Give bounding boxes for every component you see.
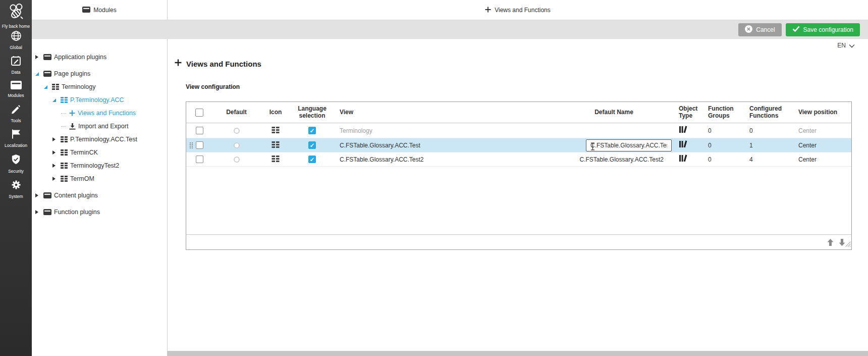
expand-toggle-icon[interactable] [35, 210, 42, 214]
row-checkbox[interactable] [196, 127, 203, 134]
drag-handle[interactable] [189, 142, 193, 151]
sidebar-item-label: System [9, 194, 23, 199]
sidebar-item-tools[interactable]: Tools [0, 104, 32, 124]
tree-item-termin-ck[interactable]: TerminCK [32, 146, 167, 159]
function-groups-value: 0 [708, 142, 712, 149]
language-selection-checkbox[interactable] [308, 141, 316, 149]
column-header-object-type: Object Type [676, 102, 701, 123]
expand-toggle-icon[interactable] [35, 55, 42, 59]
function-groups-value: 0 [708, 127, 712, 134]
tree-item-p-terminology-acc-test[interactable]: P.Terminology.ACC.Test [32, 133, 167, 146]
row-checkbox[interactable] [196, 141, 203, 149]
collapse-toggle-icon[interactable] [52, 98, 59, 102]
language-selection-checkbox[interactable] [308, 127, 316, 134]
expand-toggle-icon[interactable] [52, 137, 59, 141]
sidebar-item-label: Modules [8, 93, 24, 98]
sidebar-item-label: Tools [11, 118, 21, 124]
plus-icon [69, 110, 75, 116]
view-name: Terminology [340, 127, 372, 134]
expand-toggle-icon[interactable] [52, 150, 59, 155]
top-bar: Modules Views and Functions [32, 0, 868, 20]
column-header-language-selection: Language selection [291, 102, 334, 123]
modules-box-icon [11, 81, 22, 91]
grid-icon [272, 155, 280, 164]
globe-icon [11, 30, 22, 43]
save-configuration-button[interactable]: Save configuration [786, 23, 860, 36]
default-radio[interactable] [234, 157, 240, 163]
table-empty-area [186, 167, 851, 234]
move-up-button[interactable] [827, 239, 834, 246]
grid-icon [272, 141, 280, 150]
expand-toggle-icon[interactable] [52, 177, 59, 181]
select-all-checkbox[interactable] [195, 109, 203, 117]
column-header-configured-functions: Configured Functions [744, 102, 789, 123]
modules-box-icon [82, 6, 90, 15]
expand-toggle-icon[interactable] [35, 193, 42, 197]
configured-functions-value: 1 [749, 142, 753, 149]
default-name-input[interactable] [586, 139, 672, 151]
tree-panel-title: Modules [93, 7, 116, 14]
sidebar-item-modules[interactable]: Modules [0, 81, 32, 98]
sidebar-item-global[interactable]: Global [0, 30, 32, 50]
bee-logo-icon [7, 3, 26, 22]
tree-item-content-plugins[interactable]: Content plugins [32, 189, 167, 202]
expand-toggle-icon[interactable] [52, 164, 59, 168]
default-radio[interactable] [234, 142, 240, 148]
tree-item-term-om[interactable]: TermOM [32, 172, 167, 185]
table-row-terminology: Terminology 0 0 Center [186, 123, 851, 138]
sidebar-item-data[interactable]: Data [0, 56, 32, 75]
grid-icon [52, 84, 59, 90]
grid-icon [61, 97, 68, 103]
grid-icon [61, 163, 68, 169]
grid-icon [61, 149, 68, 156]
tree-item-p-terminology-acc[interactable]: P.Terminology.ACC [32, 93, 167, 107]
language-selector[interactable]: EN [168, 39, 868, 52]
tree-item-terminology[interactable]: Terminology [32, 80, 167, 93]
tree-item-function-plugins[interactable]: Function plugins [32, 206, 167, 219]
collapse-toggle-icon[interactable] [35, 72, 42, 76]
sidebar-item-fly-back-home[interactable]: Fly back home [0, 3, 32, 29]
row-checkbox[interactable] [196, 156, 203, 163]
tree-connector [61, 126, 66, 127]
table-row-glossary-acc-test[interactable]: C.FSTable.Glossary.ACC.Test 0 1 Center [186, 138, 851, 152]
flag-icon [11, 129, 22, 141]
views-functions-tab[interactable]: Views and Functions [168, 0, 868, 20]
content-area: Modules Views and Functions Cancel Save … [32, 0, 868, 356]
tree-item-page-plugins[interactable]: Page plugins [32, 67, 167, 80]
function-groups-value: 0 [708, 156, 712, 163]
tree-item-views-and-functions[interactable]: Views and Functions [32, 107, 167, 120]
grid-icon [61, 176, 68, 182]
sidebar-item-localization[interactable]: Localization [0, 129, 32, 148]
collapse-toggle-icon[interactable] [44, 85, 50, 89]
tree-item-application-plugins[interactable]: Application plugins [32, 50, 167, 64]
horizontal-scrollbar[interactable] [168, 351, 868, 356]
page-title-label: Views and Functions [186, 60, 261, 68]
configured-functions-value: 4 [749, 156, 753, 163]
language-selector-value: EN [837, 42, 846, 49]
plugin-box-icon [43, 54, 51, 60]
calendar-edit-icon [11, 56, 21, 68]
view-position-value: Center [798, 127, 817, 134]
configured-functions-value: 0 [749, 127, 753, 134]
view-name: C.FSTable.Glossary.ACC.Test [340, 142, 420, 149]
view-name: C.FSTable.Glossary.ACC.Test2 [340, 156, 424, 163]
tree-item-terminology-test2[interactable]: TerminologyTest2 [32, 159, 167, 172]
table-row-glossary-acc-test2[interactable]: C.FSTable.Glossary.ACC.Test2 C.FSTable.G… [186, 152, 851, 167]
sidebar-item-security[interactable]: Security [0, 154, 32, 174]
resize-grip[interactable] [845, 240, 851, 249]
plugin-box-icon [43, 71, 51, 77]
grid-icon [61, 136, 68, 142]
sidebar-item-label: Data [12, 70, 21, 75]
cancel-button[interactable]: Cancel [738, 23, 781, 36]
tree-item-import-and-export[interactable]: Import and Export [32, 120, 167, 133]
chevron-down-icon [849, 41, 855, 50]
default-name: C.FSTable.Glossary.ACC.Test2 [580, 156, 664, 163]
default-radio[interactable] [234, 128, 240, 134]
tree-panel-header: Modules [32, 0, 168, 20]
sidebar-item-label: Global [10, 45, 22, 50]
sidebar-item-label: Localization [5, 143, 27, 148]
language-selection-checkbox[interactable] [308, 156, 316, 163]
sidebar-item-system[interactable]: System [0, 179, 32, 199]
view-position-value: Center [798, 142, 817, 149]
shield-check-icon [11, 154, 21, 167]
